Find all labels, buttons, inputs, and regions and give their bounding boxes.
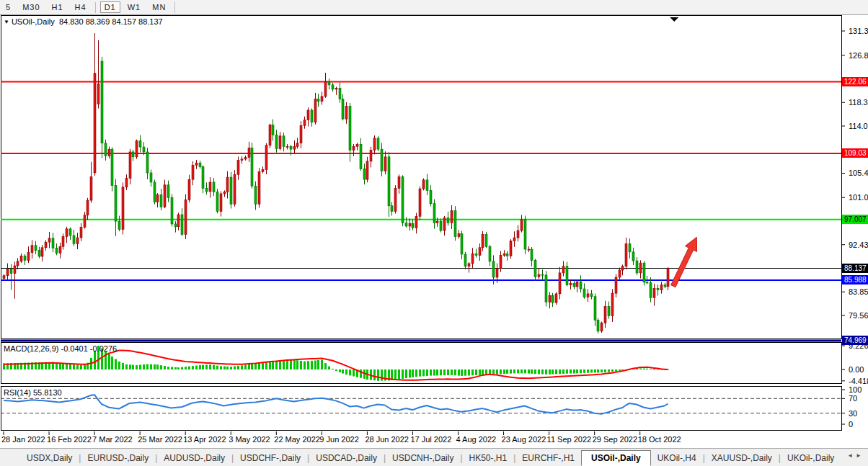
rsi-pane[interactable] <box>1 387 842 431</box>
tab-scroll-left-icon[interactable]: ◄ <box>847 452 856 459</box>
chart-canvas[interactable] <box>0 0 868 466</box>
symbol-tab-usdx-daily[interactable]: USDX,Daily <box>20 451 79 465</box>
candle-body <box>105 143 107 156</box>
candle-body <box>388 157 390 206</box>
symbol-tab-audusd-daily[interactable]: AUDUSD-,Daily <box>157 451 231 465</box>
timeframe-button-m30[interactable]: M30 <box>18 1 44 13</box>
macd-histogram-bar <box>265 362 267 369</box>
tab-scroll-right-icon[interactable]: ► <box>856 452 864 459</box>
macd-histogram-bar <box>314 360 316 369</box>
macd-histogram-bar <box>251 364 253 369</box>
candle-body <box>321 97 323 102</box>
candle-body <box>440 221 442 230</box>
candle-body <box>664 285 666 287</box>
candle-body <box>300 125 302 143</box>
macd-histogram-bar <box>381 369 383 381</box>
macd-histogram-bar <box>143 364 145 369</box>
candle-body <box>307 110 309 120</box>
chart-ohlc-values: 84.830 88.369 84.157 88.137 <box>59 17 163 26</box>
price-axis-label-92.430: 92.430 <box>849 241 868 249</box>
timeframe-button-h4[interactable]: H4 <box>71 1 91 13</box>
candle-body <box>209 182 211 192</box>
symbol-tab-xauusd-daily[interactable]: XAUUSD-,Daily <box>705 451 779 465</box>
price-axis-label-118.300: 118.300 <box>849 98 868 107</box>
macd-histogram-bar <box>328 367 330 369</box>
candle-body <box>156 194 159 202</box>
candle-body <box>636 261 638 273</box>
candle-body <box>132 152 134 157</box>
symbol-tab-hk50-h1[interactable]: HK50-,H1 <box>463 451 514 465</box>
candle-body <box>570 283 572 284</box>
candle-body <box>279 136 281 149</box>
toolbar-separator <box>95 2 96 13</box>
timeframe-button-d1[interactable]: D1 <box>100 1 120 13</box>
candle-body <box>97 84 99 104</box>
timeframe-button-5[interactable]: 5 <box>1 1 15 13</box>
macd-histogram-bar <box>528 369 530 374</box>
macd-histogram-bar <box>118 362 120 369</box>
candle-body <box>241 159 243 161</box>
candle-body <box>342 99 344 119</box>
macd-histogram-bar <box>213 365 215 369</box>
candle-body <box>335 88 337 89</box>
macd-histogram-bar <box>283 360 285 369</box>
symbol-tab-ukoil-h4[interactable]: UKOil-,H4 <box>651 451 703 465</box>
timeframe-button-h1[interactable]: H1 <box>48 1 68 13</box>
macd-histogram-bar <box>433 369 435 375</box>
candle-body <box>409 223 411 226</box>
macd-histogram-bar <box>419 369 421 377</box>
trading-terminal-window: 5M30H1H4D1W1MN ▼USOil-,Daily 84.830 88.3… <box>0 0 868 466</box>
macd-indicator-header: MACD(12,26,9) -0.0401 -0.0276 <box>4 344 117 353</box>
symbol-tab-ukoil-daily[interactable]: UKOil-,Daily <box>781 451 841 465</box>
candle-body <box>324 81 327 97</box>
candle-body <box>360 144 362 169</box>
candle-body <box>594 297 596 321</box>
candle-body <box>223 192 226 194</box>
macd-histogram-bar <box>447 369 449 375</box>
candle-body <box>188 179 190 200</box>
symbol-tab-eurchf-h1[interactable]: EURCHF-,H1 <box>515 451 581 465</box>
timeframe-toolbar: 5M30H1H4D1W1MN <box>0 0 868 15</box>
macd-histogram-bar <box>475 369 477 375</box>
main-price-pane[interactable] <box>1 16 842 339</box>
symbol-tab-usdchf-daily[interactable]: USDCHF-,Daily <box>234 451 307 465</box>
candle-body <box>62 237 64 247</box>
candle-body <box>258 171 260 204</box>
chart-menu-dropdown-icon[interactable]: ▼ <box>4 19 12 25</box>
candle-body <box>583 289 585 297</box>
candle-body <box>195 163 198 165</box>
candle-body <box>84 215 86 228</box>
macd-histogram-bar <box>167 367 169 369</box>
macd-pane[interactable] <box>1 343 842 384</box>
candle-body <box>332 85 334 89</box>
candle-body <box>177 215 180 227</box>
candle-body <box>202 167 204 189</box>
rsi-axis-label-70: 70 <box>849 394 857 403</box>
macd-histogram-bar <box>293 359 296 369</box>
price-line-label-109.03: 109.03 <box>842 148 868 158</box>
candle-body <box>443 218 446 231</box>
candle-body <box>549 295 551 302</box>
candle-body <box>531 249 533 260</box>
symbol-tab-usdcad-daily[interactable]: USDCAD-,Daily <box>309 451 384 465</box>
macd-histogram-bar <box>195 366 198 369</box>
timeframe-button-w1[interactable]: W1 <box>123 1 146 13</box>
candle-body <box>314 99 316 122</box>
candle-body <box>489 246 491 261</box>
symbol-tab-usdcnh-daily[interactable]: USDCNH-,Daily <box>386 451 460 465</box>
price-line-label-85.988: 85.988 <box>842 275 868 284</box>
macd-histogram-bar <box>335 369 337 371</box>
macd-histogram-bar <box>405 369 407 378</box>
macd-histogram-bar <box>108 354 110 369</box>
candle-body <box>660 285 663 290</box>
timeframe-button-mn[interactable]: MN <box>148 1 170 13</box>
symbol-tab-usoil-daily[interactable]: USOil-,Daily <box>581 450 651 466</box>
candle-body <box>265 145 267 170</box>
symbol-tab-eurusd-daily[interactable]: EURUSD-,Daily <box>81 451 155 465</box>
candle-body <box>164 185 166 207</box>
macd-histogram-bar <box>398 369 400 380</box>
macd-histogram-bar <box>646 369 648 369</box>
macd-histogram-bar <box>234 366 236 369</box>
candle-body <box>111 149 113 185</box>
macd-histogram-bar <box>62 364 64 369</box>
